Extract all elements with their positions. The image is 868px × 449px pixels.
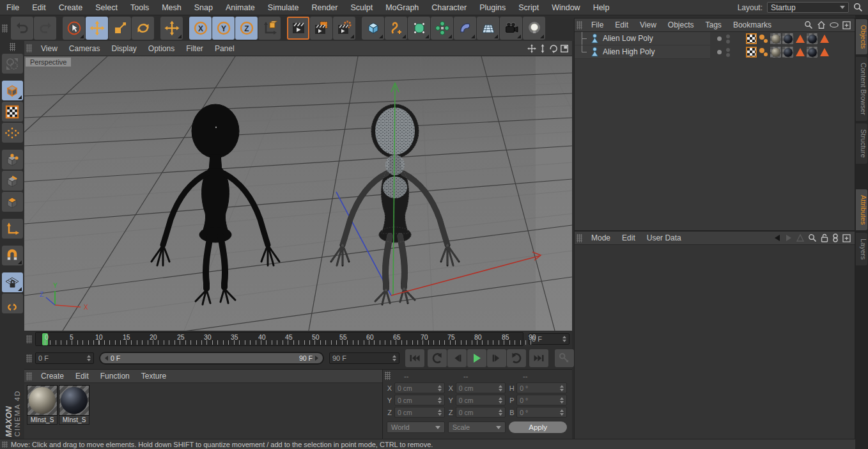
tab-structure[interactable]: Structure bbox=[856, 123, 867, 164]
menu-window[interactable]: Window bbox=[545, 3, 586, 12]
transport-grip[interactable] bbox=[26, 354, 32, 363]
parent-up-icon[interactable] bbox=[796, 234, 804, 242]
range-end-field[interactable]: 90 F bbox=[329, 352, 399, 364]
add-panel-icon[interactable] bbox=[842, 21, 851, 29]
layer-dot-icon[interactable] bbox=[717, 36, 722, 41]
phong-tag-icon[interactable] bbox=[758, 33, 769, 44]
om-menu-bookmarks[interactable]: Bookmarks bbox=[727, 20, 777, 29]
history-forward-icon[interactable] bbox=[785, 234, 793, 242]
visibility-dots-icon[interactable] bbox=[726, 35, 730, 43]
last-used-tool-button[interactable] bbox=[160, 17, 183, 40]
viewport-menu-options[interactable]: Options bbox=[143, 44, 180, 53]
spinner-arrows-icon[interactable] bbox=[87, 355, 91, 361]
spinner-arrows-icon[interactable] bbox=[499, 397, 502, 404]
pan-view-icon[interactable] bbox=[527, 44, 536, 53]
link-chain-icon[interactable] bbox=[832, 233, 839, 242]
rotate-view-icon[interactable] bbox=[549, 44, 558, 53]
render-to-picture-viewer-button[interactable] bbox=[310, 17, 332, 40]
lock-workplane-button[interactable] bbox=[2, 272, 23, 292]
undo-button[interactable] bbox=[11, 17, 33, 40]
coordinate-space-dropdown[interactable]: World bbox=[387, 421, 445, 433]
om-menu-file[interactable]: File bbox=[585, 20, 609, 29]
menu-animate[interactable]: Animate bbox=[219, 3, 261, 12]
search-icon[interactable] bbox=[804, 20, 813, 29]
timeline-ruler[interactable]: 0 5 10 15 20 25 30 35 40 45 50 55 60 65 … bbox=[35, 332, 523, 346]
menu-file[interactable]: File bbox=[0, 3, 26, 12]
material-preview[interactable] bbox=[59, 385, 89, 416]
sidebar-grip[interactable] bbox=[10, 43, 15, 51]
range-start-field[interactable]: 0 F bbox=[35, 352, 94, 364]
add-environment-button[interactable] bbox=[477, 17, 499, 40]
normal-tag-icon[interactable] bbox=[794, 47, 805, 58]
menu-sculpt[interactable]: Sculpt bbox=[344, 3, 379, 12]
transform-mode-dropdown[interactable]: Scale bbox=[448, 421, 506, 433]
redo-button[interactable] bbox=[34, 17, 56, 40]
apply-button[interactable]: Apply bbox=[509, 421, 567, 433]
goto-start-button[interactable] bbox=[405, 349, 424, 367]
uvw-tag-icon[interactable] bbox=[746, 33, 757, 44]
size-y-field[interactable]: 0 cm bbox=[456, 395, 506, 406]
pos-z-field[interactable]: 0 cm bbox=[394, 407, 445, 418]
object-name[interactable]: Alien High Poly bbox=[600, 47, 655, 56]
spinner-arrows-icon[interactable] bbox=[560, 397, 564, 404]
add-mograph-cloner-button[interactable] bbox=[431, 17, 453, 40]
play-forwards-button[interactable] bbox=[507, 349, 526, 367]
menu-script[interactable]: Script bbox=[512, 3, 545, 12]
add-light-button[interactable] bbox=[523, 17, 545, 40]
pos-x-field[interactable]: 0 cm bbox=[394, 382, 445, 393]
object-row-alien-high-poly[interactable]: Alien High Poly bbox=[575, 45, 855, 59]
coords-grip[interactable] bbox=[385, 372, 391, 380]
spinner-arrows-icon[interactable] bbox=[499, 409, 502, 416]
rotate-tool-button[interactable] bbox=[132, 17, 154, 40]
viewport-menu-panel[interactable]: Panel bbox=[209, 44, 240, 53]
layout-dropdown[interactable]: Startup bbox=[767, 2, 849, 13]
spinner-arrows-icon[interactable] bbox=[438, 397, 442, 404]
viewport-canvas[interactable]: Perspective bbox=[24, 56, 572, 331]
attribute-manager-grip[interactable] bbox=[577, 234, 582, 242]
toolbar-grip[interactable] bbox=[2, 24, 8, 33]
size-x-field[interactable]: 0 cm bbox=[456, 382, 506, 393]
object-row-alien-low-poly[interactable]: Alien Low Poly bbox=[575, 32, 855, 45]
record-key-button-disabled[interactable] bbox=[555, 349, 574, 367]
render-view-button[interactable] bbox=[287, 17, 309, 40]
menu-help[interactable]: Help bbox=[587, 3, 616, 12]
add-subdivision-surface-button[interactable] bbox=[408, 17, 430, 40]
materials-menu-edit[interactable]: Edit bbox=[70, 372, 95, 381]
size-z-field[interactable]: 0 cm bbox=[456, 407, 506, 418]
menu-create[interactable]: Create bbox=[52, 3, 89, 12]
material-tag-icon[interactable] bbox=[807, 47, 818, 58]
object-manager-grip[interactable] bbox=[577, 21, 582, 29]
viewport-camera-label[interactable]: Perspective bbox=[26, 58, 71, 67]
layer-dot-icon[interactable] bbox=[717, 50, 722, 54]
tab-layers[interactable]: Layers bbox=[856, 233, 867, 265]
menu-mesh[interactable]: Mesh bbox=[155, 3, 188, 12]
eye-icon[interactable] bbox=[830, 22, 839, 28]
material-tag-icon[interactable] bbox=[782, 47, 793, 58]
material-preview[interactable] bbox=[27, 385, 58, 416]
model-mode-button[interactable] bbox=[2, 81, 23, 100]
spinner-arrows-icon[interactable] bbox=[560, 409, 564, 416]
normal-tag-icon[interactable] bbox=[794, 33, 805, 44]
snap-button[interactable] bbox=[2, 246, 23, 265]
previous-frame-button[interactable] bbox=[447, 349, 467, 367]
am-menu-edit[interactable]: Edit bbox=[616, 233, 641, 242]
add-deformer-button[interactable] bbox=[454, 17, 476, 40]
phong-tag-icon[interactable] bbox=[758, 47, 769, 58]
rot-h-field[interactable]: 0 ° bbox=[516, 382, 567, 393]
move-tool-button[interactable] bbox=[86, 17, 108, 40]
om-menu-tags[interactable]: Tags bbox=[700, 20, 727, 29]
spinner-arrows-icon[interactable] bbox=[438, 385, 442, 391]
normal-tag-icon[interactable] bbox=[819, 47, 830, 58]
menu-mograph[interactable]: MoGraph bbox=[379, 3, 425, 12]
om-menu-view[interactable]: View bbox=[634, 20, 662, 29]
scale-tool-button[interactable] bbox=[109, 17, 131, 40]
history-back-icon[interactable] bbox=[773, 234, 781, 242]
next-frame-button[interactable] bbox=[487, 349, 506, 367]
uvw-tag-icon[interactable] bbox=[746, 47, 757, 58]
add-camera-button[interactable] bbox=[500, 17, 522, 40]
home-icon[interactable] bbox=[817, 20, 826, 29]
points-mode-button[interactable] bbox=[2, 150, 23, 169]
menu-character[interactable]: Character bbox=[425, 3, 473, 12]
polygons-mode-button[interactable] bbox=[2, 192, 23, 212]
pos-y-field[interactable]: 0 cm bbox=[394, 395, 445, 406]
